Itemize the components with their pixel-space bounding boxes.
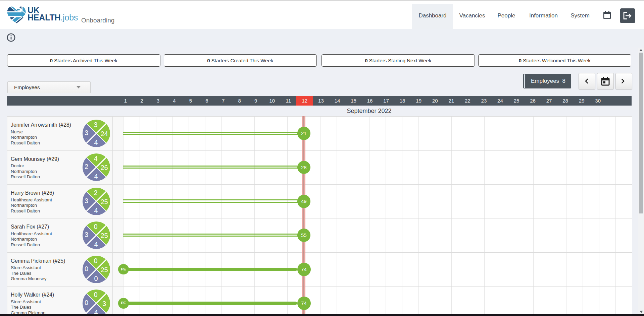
svg-text:4: 4	[94, 241, 98, 248]
svg-text:2: 2	[85, 163, 88, 171]
svg-text:3: 3	[85, 231, 88, 238]
svg-text:0: 0	[85, 265, 88, 272]
svg-text:0: 0	[94, 257, 97, 264]
svg-text:0: 0	[85, 299, 88, 306]
svg-text:25: 25	[100, 198, 108, 205]
svg-text:0: 0	[94, 223, 97, 230]
svg-text:3: 3	[85, 197, 88, 204]
svg-text:25: 25	[100, 266, 108, 273]
svg-text:3: 3	[102, 300, 106, 307]
svg-text:4: 4	[94, 173, 98, 180]
svg-text:0: 0	[94, 275, 98, 282]
svg-text:2: 2	[94, 189, 97, 196]
svg-text:3: 3	[85, 129, 88, 136]
svg-text:4: 4	[94, 207, 98, 214]
svg-text:4: 4	[94, 155, 97, 162]
svg-text:3: 3	[94, 121, 97, 128]
svg-text:24: 24	[100, 130, 108, 137]
svg-text:26: 26	[100, 164, 108, 171]
svg-text:0: 0	[94, 291, 97, 298]
svg-text:25: 25	[100, 232, 108, 239]
svg-text:4: 4	[94, 139, 98, 146]
